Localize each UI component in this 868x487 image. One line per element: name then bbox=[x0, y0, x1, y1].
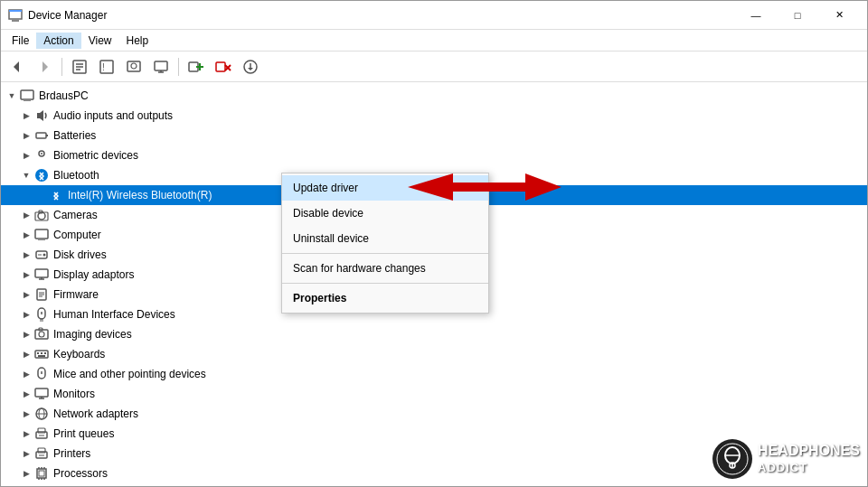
remove-device-button[interactable] bbox=[211, 55, 236, 79]
menu-file[interactable]: File bbox=[5, 33, 36, 49]
menu-action[interactable]: Action bbox=[36, 33, 80, 49]
back-button[interactable] bbox=[5, 55, 30, 79]
icon-bluetooth bbox=[33, 167, 50, 183]
label-batteries: Batteries bbox=[53, 129, 96, 142]
ctx-separator-2 bbox=[282, 283, 488, 284]
label-printers: Printers bbox=[53, 447, 90, 460]
toggle-imaging[interactable]: ▶ bbox=[19, 327, 33, 342]
label-imaging: Imaging devices bbox=[53, 328, 132, 341]
toggle-bluetooth[interactable]: ▼ bbox=[19, 168, 33, 183]
svg-rect-1 bbox=[12, 20, 19, 22]
tree-item-imaging[interactable]: ▶ Imaging devices bbox=[1, 324, 867, 344]
toggle-computer[interactable]: ▶ bbox=[19, 228, 33, 242]
toggle-network[interactable]: ▶ bbox=[19, 407, 33, 421]
tree-item-root[interactable]: ▼ BrdausPC bbox=[1, 86, 867, 106]
ctx-disable-device[interactable]: Disable device bbox=[282, 201, 488, 226]
toggle-disk[interactable]: ▶ bbox=[19, 248, 33, 262]
toolbar-separator-1 bbox=[61, 58, 62, 76]
svg-rect-63 bbox=[35, 389, 48, 397]
svg-point-54 bbox=[39, 332, 44, 337]
label-print-queues: Print queues bbox=[53, 427, 114, 440]
toolbar-separator-2 bbox=[178, 58, 179, 76]
toggle-root[interactable]: ▼ bbox=[5, 89, 19, 103]
toggle-biometric[interactable]: ▶ bbox=[19, 148, 33, 163]
ctx-update-driver[interactable]: Update driver bbox=[282, 175, 488, 201]
icon-processors bbox=[33, 465, 50, 482]
toggle-hid[interactable]: ▶ bbox=[19, 307, 33, 322]
menu-bar: File Action View Help bbox=[1, 30, 867, 52]
icon-print-queues bbox=[33, 426, 50, 442]
toggle-cameras[interactable]: ▶ bbox=[19, 208, 33, 222]
icon-computer bbox=[33, 227, 50, 243]
label-hid: Human Interface Devices bbox=[53, 308, 175, 321]
properties-button[interactable] bbox=[67, 55, 92, 79]
tree-item-mice[interactable]: ▶ Mice and other pointing devices bbox=[1, 364, 867, 384]
svg-text:!: ! bbox=[102, 62, 105, 72]
svg-rect-58 bbox=[41, 352, 42, 354]
update-driver-button[interactable]: ! bbox=[94, 55, 119, 79]
icon-imaging bbox=[33, 326, 50, 342]
icon-mice bbox=[33, 366, 50, 382]
ctx-properties[interactable]: Properties bbox=[282, 286, 488, 311]
svg-rect-26 bbox=[24, 99, 31, 101]
svg-rect-42 bbox=[35, 269, 48, 277]
toggle-audio[interactable]: ▶ bbox=[19, 108, 33, 123]
display-button[interactable] bbox=[148, 55, 174, 79]
svg-rect-76 bbox=[39, 471, 44, 476]
label-mice: Mice and other pointing devices bbox=[53, 368, 206, 380]
icon-batteries bbox=[33, 127, 50, 144]
svg-marker-24 bbox=[248, 68, 253, 70]
watermark-text: HEADPHONES ADDICT bbox=[758, 442, 860, 476]
icon-monitors bbox=[33, 386, 50, 402]
tree-item-audio[interactable]: ▶ Audio inputs and outputs bbox=[1, 106, 867, 126]
label-bluetooth-sub: Intel(R) Wireless Bluetooth(R) bbox=[68, 189, 212, 201]
svg-marker-3 bbox=[14, 61, 19, 72]
tree-item-monitors[interactable]: ▶ Monitors bbox=[1, 384, 867, 404]
scan-button[interactable] bbox=[121, 55, 146, 79]
label-keyboards: Keyboards bbox=[53, 348, 105, 361]
tree-item-security[interactable]: ▶ Security devices bbox=[1, 483, 867, 486]
add-device-button[interactable] bbox=[184, 55, 209, 79]
label-root: BrdausPC bbox=[39, 89, 89, 102]
forward-button[interactable] bbox=[32, 55, 57, 79]
tree-item-keyboards[interactable]: ▶ Keyboards bbox=[1, 344, 867, 364]
svg-rect-60 bbox=[38, 355, 45, 357]
svg-rect-19 bbox=[216, 62, 225, 71]
toggle-display[interactable]: ▶ bbox=[19, 267, 33, 282]
ctx-scan-hardware[interactable]: Scan for hardware changes bbox=[282, 256, 488, 281]
context-menu: Update driver Disable device Uninstall d… bbox=[281, 173, 489, 314]
tree-item-network[interactable]: ▶ Network adapters bbox=[1, 404, 867, 424]
toggle-keyboards[interactable]: ▶ bbox=[19, 347, 33, 361]
icon-display bbox=[33, 267, 50, 283]
toggle-processors[interactable]: ▶ bbox=[19, 466, 33, 481]
icon-hid bbox=[33, 306, 50, 323]
label-monitors: Monitors bbox=[53, 388, 95, 400]
icon-firmware bbox=[33, 286, 50, 303]
title-bar: Device Manager — □ ✕ bbox=[1, 1, 867, 30]
content-area: ▼ BrdausPC ▶ bbox=[1, 82, 867, 486]
svg-rect-57 bbox=[37, 352, 39, 354]
svg-point-85 bbox=[717, 444, 748, 474]
label-audio: Audio inputs and outputs bbox=[53, 109, 173, 122]
toggle-monitors[interactable]: ▶ bbox=[19, 387, 33, 401]
ctx-uninstall-device[interactable]: Uninstall device bbox=[282, 226, 488, 251]
toggle-batteries[interactable]: ▶ bbox=[19, 128, 33, 143]
minimize-button[interactable]: — bbox=[735, 1, 777, 30]
toggle-mice[interactable]: ▶ bbox=[19, 367, 33, 381]
menu-help[interactable]: Help bbox=[119, 33, 156, 49]
svg-marker-27 bbox=[37, 110, 43, 121]
label-disk: Disk drives bbox=[53, 248, 107, 261]
download-button[interactable] bbox=[238, 55, 263, 79]
label-computer: Computer bbox=[53, 229, 101, 241]
toggle-firmware[interactable]: ▶ bbox=[19, 287, 33, 302]
menu-view[interactable]: View bbox=[81, 33, 119, 49]
toggle-print-queues[interactable]: ▶ bbox=[19, 426, 33, 441]
maximize-button[interactable]: □ bbox=[777, 1, 818, 30]
toggle-printers[interactable]: ▶ bbox=[19, 446, 33, 461]
close-button[interactable]: ✕ bbox=[818, 1, 860, 30]
label-biometric: Biometric devices bbox=[53, 149, 138, 162]
window-controls: — □ ✕ bbox=[735, 1, 860, 30]
tree-item-batteries[interactable]: ▶ Batteries bbox=[1, 126, 867, 145]
tree-item-biometric[interactable]: ▶ Biometric devices bbox=[1, 145, 867, 165]
svg-rect-13 bbox=[155, 61, 167, 70]
